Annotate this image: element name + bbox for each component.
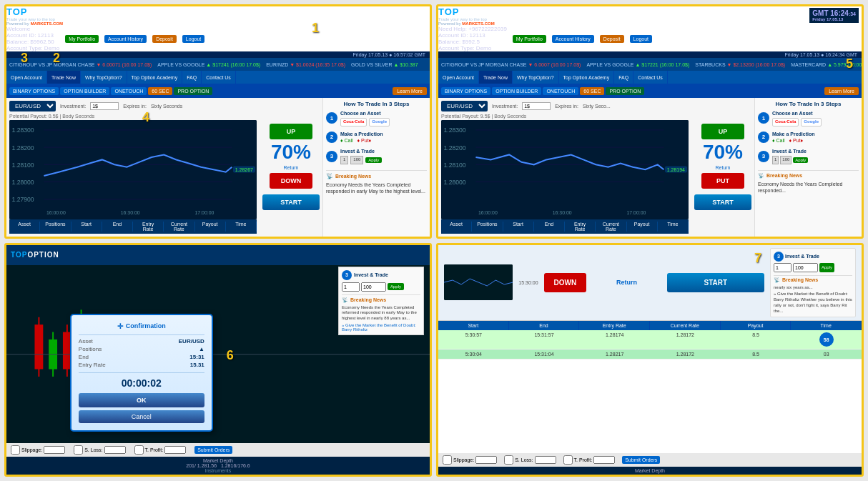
p2-deposit-btn[interactable]: Deposit <box>600 35 624 43</box>
panel1-header-right: Welcome Account ID: 12113 Balance: $9962… <box>6 26 430 51</box>
p2-nav-faq[interactable]: FAQ <box>614 71 633 84</box>
up-button[interactable]: UP <box>270 124 312 139</box>
p2-logout-btn[interactable]: Logout <box>630 35 652 43</box>
p4-down-btn[interactable]: DOWN <box>544 273 587 292</box>
p2-nav-contact[interactable]: Contact Us <box>633 71 668 84</box>
p3-sloss-cb[interactable] <box>74 445 83 455</box>
svg-text:16:00:00: 16:00:00 <box>46 210 66 215</box>
nav-open-account[interactable]: Open Account <box>6 71 47 84</box>
p3-sloss-input[interactable] <box>104 446 126 454</box>
tab-binary[interactable]: BINARY OPTIONS <box>9 87 59 95</box>
p2-step-3: 3 Invest & Trade 1 100 Apply <box>758 148 859 164</box>
logout-btn[interactable]: Logout <box>182 35 204 43</box>
p4-mini-chart-svg <box>444 264 513 300</box>
p2-pair-select[interactable]: EUR/USD <box>441 101 488 111</box>
tab-builder[interactable]: OPTION BUILDER <box>60 87 109 95</box>
pair-select[interactable]: EUR/USD <box>9 101 56 111</box>
table-row-2: 5:30:04 15:31:04 1.28217 1.28172 8.5 03 <box>438 349 862 359</box>
p2-col-entry: Entry Rate <box>565 222 596 232</box>
p3-market-depth: Market Depth 201/ 1.281.56 1.2816/176.6 … <box>6 457 430 475</box>
coca-cola-logo: Coca·Cola <box>340 118 367 127</box>
p2-up-button[interactable]: UP <box>701 124 744 139</box>
investment-input[interactable] <box>90 102 119 110</box>
p3-tprofit-input[interactable] <box>164 446 186 454</box>
p2-gmt: GMT 16:24:34 Friday 17.05.13 <box>809 8 859 23</box>
col-asset: Asset <box>9 222 40 232</box>
p4-content: 15:30:00 DOWN Return START 3 Invest & Tr… <box>438 245 862 475</box>
p3-apply-btn[interactable]: Apply <box>388 283 404 290</box>
p2-tab-onetouch[interactable]: ONETOUCH <box>543 87 578 95</box>
p4-news: 📡 Breaking News nearly six years as... »… <box>774 275 852 314</box>
p2-tab-builder[interactable]: OPTION BUILDER <box>492 87 541 95</box>
p3-invest-1[interactable] <box>342 282 360 292</box>
nav-trade-now[interactable]: Trade Now <box>47 71 81 84</box>
p4-submit-btn[interactable]: Submit Orders <box>622 456 660 464</box>
tab-pro[interactable]: PRO OPTION <box>174 87 212 95</box>
start-button[interactable]: START <box>262 194 320 210</box>
return-label: Return <box>283 165 298 170</box>
svg-rect-0 <box>9 120 257 219</box>
p2-history-btn[interactable]: Account History <box>552 35 594 43</box>
my-portfolio-btn[interactable]: My Portfolio <box>65 35 99 43</box>
p4-sloss-cb[interactable] <box>504 455 513 465</box>
p4-tprofit-cb[interactable] <box>563 455 573 465</box>
p2-portfolio-btn[interactable]: My Portfolio <box>513 35 546 43</box>
p3-invest-100[interactable] <box>361 282 386 292</box>
row1-start: 5:30:57 <box>438 330 509 349</box>
p2-nav-trade[interactable]: Trade Now <box>479 71 513 84</box>
panel2-header-right: Need Help: +96722222039 Account ID: 1211… <box>438 26 862 51</box>
learn-more-btn[interactable]: Learn More <box>393 87 427 95</box>
confirm-cancel-btn[interactable]: Cancel <box>79 410 204 423</box>
tab-60sec[interactable]: 60 SEC <box>148 87 172 95</box>
p2-chart: 1.28300 1.28200 1.28100 1.28000 16:00:00… <box>441 120 689 219</box>
nav-academy[interactable]: Top Option Academy <box>127 71 183 84</box>
confirm-ok-btn[interactable]: OK <box>79 393 204 407</box>
account-history-btn[interactable]: Account History <box>104 35 147 43</box>
p4-invest-1[interactable] <box>774 263 791 272</box>
p4-col-current: Current Rate <box>650 321 721 330</box>
p2-nav-academy[interactable]: Top Option Academy <box>559 71 615 84</box>
svg-text:17:00:00: 17:00:00 <box>195 210 214 215</box>
p4-market-depth: Market Depth <box>438 467 862 475</box>
p2-investment-input[interactable] <box>522 102 551 110</box>
p4-apply-btn[interactable]: Apply <box>819 263 834 272</box>
p3-slippage-cb[interactable] <box>11 445 20 455</box>
p4-tprofit-input[interactable] <box>593 456 615 464</box>
p4-sloss-input[interactable] <box>535 456 556 464</box>
p4-col-start: Start <box>438 321 509 330</box>
p2-tab-pro[interactable]: PRO OPTION <box>606 87 644 95</box>
down-button[interactable]: DOWN <box>270 173 312 189</box>
breaking-news-p1: 📡 Breaking News Economy Needs the Years … <box>326 170 427 197</box>
nav-why[interactable]: Why TopOption? <box>81 71 127 84</box>
p2-tab-binary[interactable]: BINARY OPTIONS <box>441 87 490 95</box>
step-3: 3 Invest & Trade 1 100 Apply <box>326 148 427 164</box>
nav-contact[interactable]: Contact Us <box>202 71 236 84</box>
p4-slippage-input[interactable] <box>475 456 497 464</box>
p2-apply-btn[interactable]: Apply <box>793 157 808 163</box>
p4-invest-100[interactable] <box>793 263 818 272</box>
panel-3: TOPOPTION 3 Invest & Trade Apply 📡 B <box>4 243 432 477</box>
svg-text:1.28000: 1.28000 <box>443 179 465 186</box>
p2-price-chart: 1.28300 1.28200 1.28100 1.28000 16:00:00… <box>441 120 689 219</box>
p2-tab-60sec[interactable]: 60 SEC <box>580 87 604 95</box>
p4-top-bar: 15:30:00 DOWN Return START 3 Invest & Tr… <box>438 245 862 322</box>
p2-trade-controls: UP 70% Return PUT START <box>691 98 754 237</box>
p4-start-btn[interactable]: START <box>667 273 764 292</box>
p2-nav-why[interactable]: Why TopOption? <box>513 71 559 84</box>
tab-onetouch[interactable]: ONETOUCH <box>111 87 147 95</box>
col-current: Current Rate <box>164 222 194 232</box>
p2-nav-open[interactable]: Open Account <box>438 71 479 84</box>
deposit-btn[interactable]: Deposit <box>152 35 177 43</box>
p2-put-button[interactable]: PUT <box>701 173 744 189</box>
bottom-table: Asset Positions Start End Entry Rate Cur… <box>9 219 257 234</box>
p3-submit-btn[interactable]: Submit Orders <box>194 446 232 454</box>
p3-slippage-input[interactable] <box>44 446 65 454</box>
p2-start-button[interactable]: START <box>694 194 751 210</box>
row1-entry: 1.28174 <box>579 330 650 349</box>
p4-slippage-cb[interactable] <box>443 455 452 465</box>
apply-btn-p1[interactable]: Apply <box>365 157 382 163</box>
nav-faq[interactable]: FAQ <box>182 71 202 84</box>
trade-controls: UP 70% Return DOWN START <box>260 98 322 237</box>
p3-tprofit-cb[interactable] <box>134 445 144 455</box>
p2-learn-btn[interactable]: Learn More <box>824 87 859 95</box>
